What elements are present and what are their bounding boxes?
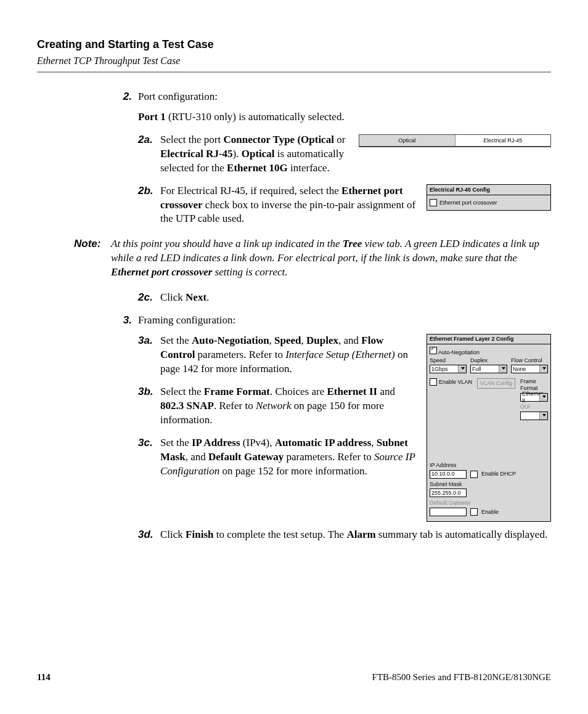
frame-format-label: Frame Format [520, 378, 548, 392]
crossover-row: Ethernet port crossover [427, 195, 550, 210]
gateway-enable-checkbox[interactable] [470, 508, 478, 516]
step-2c: 2c. Click Next. [138, 291, 551, 305]
substep-number: 2c. [138, 291, 160, 305]
manual-page: Creating and Starting a Test Case Ethern… [0, 0, 588, 714]
autoneg-row: Auto-Negotiation [427, 344, 550, 357]
substep-text: For Electrical RJ-45, if required, selec… [160, 184, 418, 227]
header-rule [37, 71, 551, 73]
text-bold: Auto-Negotiation [192, 335, 269, 346]
substep-body: Click Next. [160, 291, 551, 305]
text-bold: Tree [343, 238, 362, 249]
text: (IPv4), [240, 437, 275, 448]
text: summary tab is automatically displayed. [376, 529, 548, 540]
substep-number: 3a. [138, 334, 160, 376]
subnet-input[interactable]: 255.255.0.0 [430, 489, 467, 497]
input-value: 255.255.0.0 [431, 490, 461, 497]
tab-optical[interactable]: Optical [359, 135, 455, 146]
subnet-label: Subnet Mask [430, 481, 548, 488]
text: parameters. Refer to [284, 451, 374, 463]
text: or [334, 134, 345, 145]
body-content-2: 2c. Click Next. 3. Framing configuration… [111, 291, 551, 542]
rj45-config-panel: Electrical RJ-45 Config Ethernet port cr… [427, 184, 551, 211]
chevron-down-icon [542, 396, 546, 398]
select-value: 1Gbps [431, 366, 448, 373]
chevron-down-icon [502, 367, 505, 370]
text-bold: Duplex [306, 335, 338, 346]
body-content: 2. Port configuration: Port 1 (RTU-310 o… [111, 90, 551, 227]
substep-body: Click Finish to complete the test setup.… [160, 528, 551, 542]
text: Select the port [160, 134, 223, 145]
doc-title: FTB-8500 Series and FTB-8120NGE/8130NGE [372, 671, 551, 683]
text: Select the [160, 386, 204, 397]
text-bold: Connector Type (Optical [223, 134, 333, 145]
text: parameters. Refer to [195, 349, 285, 360]
substep-number: 3b. [138, 385, 160, 428]
text-bold: Default Gateway [208, 451, 284, 463]
flow-select[interactable]: None [511, 365, 548, 373]
text: , and [338, 335, 361, 346]
oui-select [520, 412, 548, 420]
enable-dhcp-label: Enable DHCP [481, 471, 516, 477]
text: Set the [160, 335, 192, 346]
step-intro: Port configuration: [138, 90, 551, 104]
step-3d: 3d. Click Finish to complete the test se… [138, 528, 551, 542]
step-2a: 2a. Optical Electrical RJ-45 Select the … [138, 133, 551, 176]
autoneg-label: Auto-Negotiation [438, 349, 480, 355]
text: to complete the test setup. The [213, 529, 346, 540]
connector-type-tabs: Optical Electrical RJ-45 [359, 134, 551, 147]
vlan-config-button[interactable]: VLAN Config [477, 378, 515, 389]
step-number: 3. [111, 314, 138, 328]
text: , [371, 437, 377, 448]
layer2-config-panel: Ethernet Framed Layer 2 Config Auto-Nego… [427, 334, 551, 522]
duplex-select[interactable]: Full [470, 365, 507, 373]
port1-rest: (RTU-310 only) is automatically selected… [166, 111, 345, 123]
flow-label: Flow Control [511, 357, 548, 364]
substep-number: 2b. [138, 184, 160, 227]
text-bold: Speed [274, 335, 301, 346]
step-2: 2. Port configuration: [111, 90, 551, 104]
substep-body: Select the Frame Format. Choices are Eth… [160, 385, 418, 428]
speed-label: Speed [430, 357, 467, 364]
text: , [269, 335, 275, 346]
crossover-checkbox[interactable] [430, 199, 437, 206]
text: For Electrical RJ-45, if required, selec… [160, 185, 341, 197]
substep-number: 2a. [138, 133, 160, 176]
text-bold: Ethernet port crossover [111, 266, 212, 278]
ip-address-input[interactable]: 10.10.0.0 [430, 470, 467, 479]
input-value: 10.10.0.0 [431, 471, 455, 477]
text: . Choices are [270, 386, 327, 397]
text: Click [160, 529, 186, 540]
tab-electrical-rj45[interactable]: Electrical RJ-45 [455, 135, 551, 146]
substep-body: Set the IP Address (IPv4), Automatic IP … [160, 436, 418, 479]
substep-number: 3d. [138, 528, 160, 542]
vlan-frame-row: Enable VLAN VLAN Config Frame Format Eth… [427, 376, 550, 422]
port1-label: Port 1 [138, 111, 166, 123]
enable-dhcp-checkbox[interactable] [470, 471, 478, 478]
substep-body: Optical Electrical RJ-45 Select the port… [160, 133, 551, 176]
substep-number: 3c. [138, 436, 160, 479]
text-bold: IP Address [192, 437, 240, 448]
step-2-port1: Port 1 (RTU-310 only) is automatically s… [138, 110, 551, 124]
step3-sublist: Ethernet Framed Layer 2 Config Auto-Nego… [138, 334, 551, 542]
text-italic: Interface Setup (Ethernet) [285, 349, 395, 360]
panel-header: Ethernet Framed Layer 2 Config [427, 335, 550, 344]
text: , [301, 335, 307, 346]
frame-format-select[interactable]: Ethernet II [520, 393, 548, 402]
page-number: 114 [37, 671, 51, 683]
speed-select[interactable]: 1Gbps [430, 365, 467, 373]
text: Click [160, 291, 186, 303]
autoneg-checkbox[interactable] [430, 347, 437, 354]
text: on page 152 for more information. [219, 465, 367, 477]
text: interface. [288, 162, 330, 174]
text-bold: Finish [186, 529, 213, 540]
gateway-label: Default Gateway [430, 500, 548, 506]
ip-section: IP Address 10.10.0.0 Enable DHCP Subnet … [427, 460, 550, 521]
text-bold: Ethernet II [327, 386, 377, 397]
text-bold: Next [186, 291, 206, 303]
enable-vlan-checkbox[interactable] [430, 378, 437, 386]
text-italic: Network [256, 400, 292, 412]
step-3b: 3b. Select the Frame Format. Choices are… [138, 385, 418, 428]
text-bold: Electrical RJ-45 [160, 148, 233, 160]
text-bold: Optical [242, 148, 275, 160]
speed-duplex-flow-row: Speed 1Gbps Duplex Full Flow Control Non… [427, 357, 550, 376]
